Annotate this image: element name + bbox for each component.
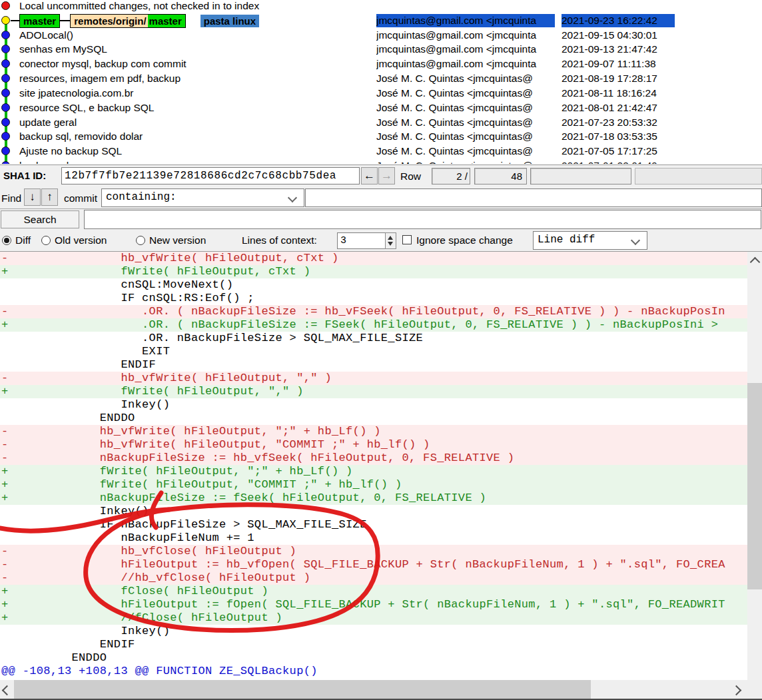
commit-dot-icon (1, 89, 10, 97)
commit-subject: ADOLocal() (19, 28, 73, 43)
diff-line: + fWrite( hFileOutput, "," ) (0, 385, 747, 398)
commit-row[interactable]: masterremotes/origin/masterpasta linuxjm… (0, 13, 762, 28)
diff-line: cnSQL:MoveNext() (0, 278, 747, 292)
find-type-value: containing: (106, 191, 177, 203)
lines-of-context-label: Lines of context: (242, 234, 317, 246)
search-button[interactable]: Search (1, 210, 79, 228)
commit-subject: Local uncommitted changes, not checked i… (19, 0, 259, 13)
commit-dot-icon (1, 45, 10, 53)
diff-line: - .OR. ( nBackupFileSize := hb_vFSeek( h… (0, 305, 747, 318)
commit-row[interactable]: Ajuste no backup SQLJosé M. C. Quintas <… (0, 144, 762, 159)
graph-connector (60, 20, 70, 21)
find-toolbar: Find ↓ ↑ commit containing: (0, 187, 762, 208)
horizontal-scrollbar-thumb[interactable] (14, 680, 591, 699)
radio-diff[interactable] (2, 236, 11, 245)
search-input[interactable] (84, 210, 761, 229)
commit-row[interactable]: Local uncommitted changes, not checked i… (0, 0, 762, 13)
commit-author: José M. C. Quintas <jmcquintas@ (376, 145, 555, 158)
commit-author: José M. C. Quintas <jmcquintas@ (376, 72, 555, 85)
commit-subject: Ajuste no backup SQL (19, 144, 122, 159)
forward-button[interactable]: → (378, 167, 395, 184)
commit-row[interactable]: update geralJosé M. C. Quintas <jmcquint… (0, 115, 762, 130)
find-next-button[interactable]: ↓ (24, 188, 41, 206)
commit-dot-icon (1, 74, 10, 83)
commit-date: 2021-09-15 04:30:01 (562, 29, 675, 42)
scroll-up-icon[interactable] (750, 257, 761, 268)
diff-line: .OR. nBackupFileSize > SQL_MAX_FILE_SIZE (0, 332, 747, 345)
diff-line: ENDIF (0, 638, 747, 651)
diff-view[interactable]: - hb_vfWrite( hFileOutput, cTxt )+ fWrit… (0, 252, 747, 680)
progress-bar (635, 168, 762, 184)
ref-label[interactable]: pasta linux (200, 15, 259, 27)
find-input[interactable] (305, 188, 762, 207)
commit-row[interactable]: conector mysql, backup com commitjmcquin… (0, 57, 762, 71)
commit-author: jmcquintas@gmail.com <jmcquinta (376, 43, 555, 56)
diff-line: @@ -108,13 +108,13 @@ FUNCTION ZE_SQLBac… (0, 665, 747, 678)
commit-subject: resource SQL, e backup SQL (19, 101, 154, 115)
commit-row[interactable]: ADOLocal()jmcquintas@gmail.com <jmcquint… (0, 28, 762, 43)
diff-line: + .OR. ( nBackupFileSize := FSeek( hFile… (0, 318, 747, 332)
commit-row[interactable]: resources, imagem em pdf, backupJosé M. … (0, 71, 762, 86)
spinner-down-icon[interactable] (388, 242, 393, 246)
row-extra-field (530, 168, 631, 184)
radio-diff-label: Diff (15, 234, 31, 246)
vertical-scrollbar-thumb[interactable] (747, 383, 762, 589)
branch-label[interactable]: master (19, 14, 60, 28)
ignore-space-checkbox[interactable] (402, 235, 412, 244)
remote-branch-label[interactable]: remotes/origin/master (70, 14, 186, 28)
commit-subject: update geral (19, 115, 77, 130)
diff-line: EXIT (0, 345, 747, 358)
row-label: Row (400, 171, 421, 182)
commit-date: 2021-09-13 21:47:42 (562, 43, 675, 56)
diff-line: + nBackupFileSize := fSeek( hFileOutput,… (0, 492, 747, 505)
chevron-down-icon (288, 193, 297, 202)
diff-line: ENDDO (0, 651, 747, 665)
diff-line: - hb_vfWrite( hFileOutput, "COMMIT ;" + … (0, 438, 747, 452)
find-prev-button[interactable]: ↑ (41, 188, 58, 206)
scroll-right-icon[interactable] (731, 685, 742, 696)
commit-date: 2021-07-05 17:17:25 (562, 145, 675, 158)
diff-line: - //hb_vfClose( hFileOutput ) (0, 571, 747, 585)
row-current-field: 2 / (432, 168, 470, 184)
search-toolbar: Search (0, 208, 762, 230)
find-type-select[interactable]: containing: (101, 188, 304, 207)
commit-author: José M. C. Quintas <jmcquintas@ (376, 159, 555, 164)
commit-row[interactable]: resource SQL, e backup SQLJosé M. C. Qui… (0, 101, 762, 115)
diff-horizontal-scrollbar[interactable] (0, 680, 762, 699)
back-button[interactable]: ← (361, 167, 378, 184)
commit-date: 2021-07-18 03:53:35 (562, 130, 675, 143)
commit-dot-icon (1, 132, 10, 141)
spinner-up-icon[interactable] (388, 236, 393, 240)
diff-line: + fClose( hFileOutput ) (0, 585, 747, 598)
sha1-toolbar: SHA1 ID: ← → Row 2 / 48 (0, 165, 762, 187)
radio-new-version-label: New version (149, 234, 206, 246)
diff-vertical-scrollbar[interactable] (747, 252, 762, 680)
context-spinner-input[interactable] (337, 232, 386, 249)
commit-row[interactable]: backup sql, removido dolarJosé M. C. Qui… (0, 129, 762, 144)
context-spinner-buttons[interactable] (385, 232, 396, 249)
sha1-input[interactable] (61, 167, 360, 184)
commit-list-panel[interactable]: Local uncommitted changes, not checked i… (0, 0, 762, 164)
diff-options-toolbar: Diff Old version New version Lines of co… (0, 230, 762, 252)
commit-author: José M. C. Quintas <jmcquintas@ (376, 101, 555, 115)
commit-dot-icon (1, 31, 10, 39)
commit-date: 2021-08-11 18:16:24 (562, 87, 675, 100)
sha1-label: SHA1 ID: (3, 170, 46, 181)
radio-new-version[interactable] (136, 236, 145, 245)
commit-author: José M. C. Quintas <jmcquintas@ (376, 87, 555, 100)
diff-line: - hb_vfWrite( hFileOutput, ";" + hb_Lf()… (0, 425, 747, 438)
commit-row[interactable]: site jpatecnologia.com.brJosé M. C. Quin… (0, 86, 762, 101)
radio-old-version[interactable] (41, 236, 51, 245)
commit-row[interactable]: senhas em MySQLjmcquintas@gmail.com <jmc… (0, 42, 762, 57)
commit-row[interactable]: backup sqlJosé M. C. Quintas <jmcquintas… (0, 159, 762, 164)
diff-line: - hb_vfWrite( hFileOutput, "," ) (0, 372, 747, 385)
commit-date: 2021-08-19 17:28:17 (562, 72, 675, 85)
commit-subject: backup sql, removido dolar (19, 129, 143, 144)
scroll-left-icon[interactable] (2, 685, 13, 696)
line-diff-select[interactable]: Line diff (533, 231, 647, 250)
remote-prefix: remotes/origin/ (71, 15, 147, 27)
ignore-space-label: Ignore space change (416, 234, 513, 246)
commit-subject: conector mysql, backup com commit (19, 57, 187, 71)
diff-line: - hb_vfWrite( hFileOutput, cTxt ) (0, 252, 747, 265)
diff-line: IF nBackupFileSize > SQL_MAX_FILE_SIZE (0, 518, 747, 531)
